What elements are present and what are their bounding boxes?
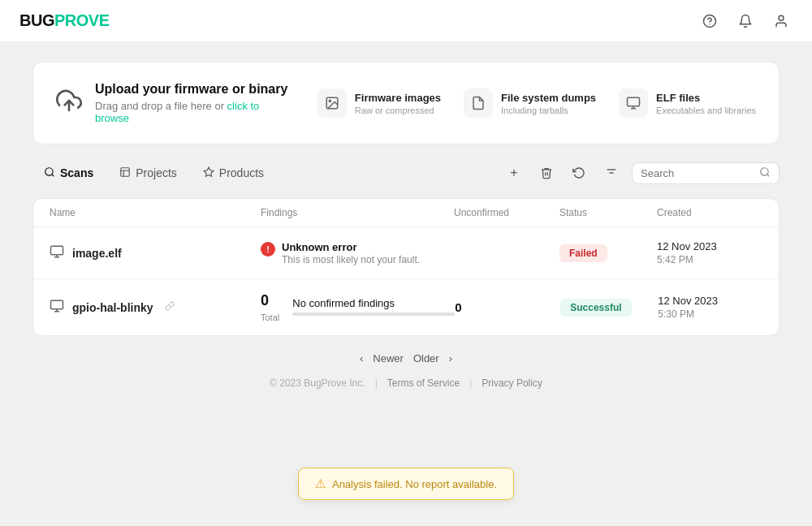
elf-label: ELF files (656, 92, 756, 104)
older-button[interactable]: › (449, 352, 452, 364)
older-label[interactable]: Older (413, 352, 439, 364)
search-input[interactable] (641, 167, 754, 179)
newer-button[interactable]: ‹ (360, 352, 363, 364)
row2-name-cell: gpio-hal-blinky (50, 299, 261, 317)
logo-prove: PROVE (54, 11, 110, 29)
svg-point-5 (329, 100, 330, 101)
tabs-row: Scans Projects Products + (32, 161, 780, 185)
copyright: © 2023 BugProve Inc. (270, 377, 365, 389)
products-tab-icon (203, 166, 214, 180)
footer: © 2023 BugProve Inc. | Terms of Service … (32, 377, 780, 389)
search-icon (759, 166, 771, 180)
filesystem-label: File system dumps (501, 92, 596, 104)
row2-status-badge: Successful (560, 299, 631, 317)
upload-text: Upload your firmware or binary Drag and … (95, 82, 292, 124)
table-row[interactable]: gpio-hal-blinky 0 Total No confirmed fin… (33, 279, 779, 335)
upload-subtitle: Drag and drop a file here or click to br… (95, 100, 292, 124)
row2-findings-cell: 0 Total No confirmed findings (261, 292, 455, 322)
svg-point-2 (779, 15, 784, 20)
toast-notification: ⚠ Analysis failed. No report available. (298, 468, 514, 500)
col-created: Created (657, 207, 762, 218)
svg-point-16 (761, 167, 768, 175)
svg-rect-21 (51, 300, 63, 309)
svg-rect-18 (51, 246, 63, 255)
tabs: Scans Projects Products (32, 162, 275, 185)
col-name: Name (50, 207, 261, 218)
help-icon[interactable] (698, 10, 721, 32)
firmware-icon (317, 88, 347, 118)
row2-count-num: 0 (261, 292, 279, 309)
table-row[interactable]: image.elf ! Unknown error This is most l… (33, 227, 779, 279)
row1-created-date: 12 Nov 2023 (657, 240, 762, 252)
tab-products-label: Products (219, 166, 264, 179)
row1-created-time: 5:42 PM (657, 254, 762, 265)
row1-finding-title: Unknown error (282, 241, 420, 253)
row2-created-time: 5:30 PM (658, 308, 763, 320)
row1-name-cell: image.elf (50, 244, 261, 262)
scans-tab-icon (44, 166, 55, 180)
logo-bug: BUG (19, 11, 54, 29)
header-icons (698, 10, 793, 32)
row1-finding-error: ! Unknown error This is most likely not … (261, 241, 454, 265)
terms-link[interactable]: Terms of Service (387, 377, 460, 389)
svg-point-9 (45, 167, 53, 175)
row2-created: 12 Nov 2023 5:30 PM (658, 295, 763, 320)
header: BUGPROVE (0, 0, 812, 42)
notification-icon[interactable] (734, 10, 757, 32)
row2-finding-text: No confirmed findings (292, 297, 455, 309)
tab-scans[interactable]: Scans (32, 162, 105, 185)
row2-file-icon (50, 299, 64, 317)
row2-unconfirmed: 0 (455, 300, 560, 314)
upload-left: Upload your firmware or binary Drag and … (56, 82, 292, 124)
svg-marker-12 (204, 167, 214, 176)
row1-created: 12 Nov 2023 5:42 PM (657, 240, 762, 265)
newer-label[interactable]: Newer (373, 352, 404, 364)
row2-finding-bar (292, 313, 455, 316)
svg-rect-6 (628, 97, 640, 106)
tab-projects-label: Projects (136, 166, 177, 179)
upload-title: Upload your firmware or binary (95, 82, 292, 97)
svg-line-17 (767, 174, 770, 176)
col-status: Status (559, 207, 657, 218)
logo: BUGPROVE (19, 11, 109, 30)
main-content: Upload your firmware or binary Drag and … (16, 42, 796, 408)
delete-button[interactable] (534, 161, 559, 185)
table-header: Name Findings Unconfirmed Status Created (33, 199, 779, 227)
row2-finding-count: 0 Total (261, 292, 279, 322)
firmware-sub: Raw or compressed (355, 106, 441, 115)
tab-scans-label: Scans (60, 166, 93, 179)
elf-sub: Executables and libraries (656, 106, 756, 115)
filesystem-sub: Including tarballs (501, 106, 596, 115)
row2-name: gpio-hal-blinky (72, 301, 153, 314)
privacy-link[interactable]: Privacy Policy (482, 377, 542, 389)
row2-finding-bar-wrap: No confirmed findings (292, 297, 455, 316)
tab-projects[interactable]: Projects (108, 162, 188, 185)
firmware-label: Firmware images (355, 92, 441, 104)
upload-type-elf: ELF files Executables and libraries (619, 88, 756, 118)
row1-status: Failed (559, 244, 657, 262)
row1-error-dot: ! (261, 242, 275, 257)
row2-link-icon[interactable] (165, 301, 175, 313)
tab-products[interactable]: Products (192, 162, 275, 185)
row1-finding-sub: This is most likely not your fault. (282, 254, 420, 265)
search-box (632, 162, 780, 184)
user-icon[interactable] (770, 10, 793, 32)
toast-warning-icon: ⚠ (315, 476, 326, 491)
row2-count-label: Total (261, 313, 279, 322)
projects-tab-icon (119, 166, 131, 180)
elf-icon (619, 88, 648, 118)
refresh-button[interactable] (567, 161, 591, 185)
add-button[interactable]: + (502, 161, 526, 185)
upload-card: Upload your firmware or binary Drag and … (32, 62, 780, 144)
upload-icon (56, 88, 82, 119)
row2-status: Successful (560, 299, 658, 317)
row1-status-badge: Failed (559, 244, 607, 262)
upload-type-firmware: Firmware images Raw or compressed (317, 88, 441, 118)
scans-table: Name Findings Unconfirmed Status Created… (32, 198, 780, 336)
upload-type-filesystem: File system dumps Including tarballs (464, 88, 596, 118)
toolbar-right: + (502, 161, 780, 185)
toast-message: Analysis failed. No report available. (332, 478, 497, 490)
svg-line-10 (52, 174, 54, 176)
filter-button[interactable] (599, 161, 624, 185)
row2-created-date: 12 Nov 2023 (658, 295, 763, 307)
